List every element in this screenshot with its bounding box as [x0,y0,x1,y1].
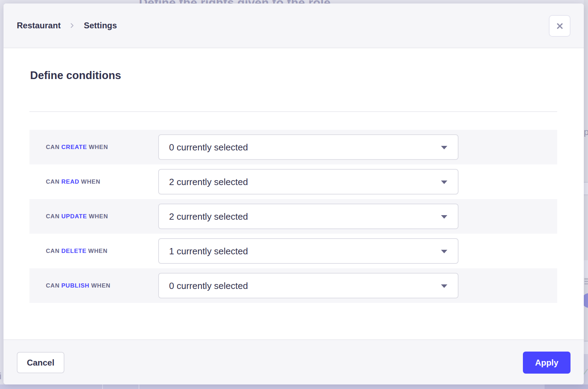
background-text-fragment: p [584,127,588,137]
background-band-fragment [584,260,588,278]
cancel-button[interactable]: Cancel [17,352,64,373]
background-band-fragment [545,384,588,389]
modal-footer: Cancel Apply [4,339,584,384]
condition-row: CANREADWHEN 2 currently selected [29,164,557,199]
conditions-select-create[interactable]: 0 currently selected [158,134,458,160]
background-right-strip: p ✓ [584,0,588,389]
background-band-fragment [584,183,588,194]
condition-row: CANPUBLISHWHEN 0 currently selected [29,268,557,303]
conditions-table: CANCREATEWHEN 0 currently selected CANRE… [29,130,557,303]
breadcrumb-current: Settings [84,21,117,30]
condition-label: CANUPDATEWHEN [46,213,108,220]
chevron-right-icon [68,22,76,29]
caret-down-icon [441,284,447,288]
background-band-fragment [584,342,588,354]
condition-label: CANREADWHEN [46,178,100,185]
condition-row: CANCREATEWHEN 0 currently selected [29,130,557,164]
background-text-fragment: ai [0,371,1,382]
x-icon [555,21,565,31]
modal-header: Restaurant Settings [4,3,584,48]
select-value: 0 currently selected [169,142,248,153]
breadcrumb: Restaurant Settings [17,21,117,30]
condition-label: CANPUBLISHWHEN [46,282,111,289]
condition-label: CANDELETEWHEN [46,248,107,255]
condition-row: CANUPDATEWHEN 2 currently selected [29,199,557,234]
caret-down-icon [441,250,447,253]
condition-label-action: DELETE [61,248,86,254]
conditions-select-update[interactable]: 2 currently selected [158,204,458,229]
caret-down-icon [441,215,447,219]
divider [29,111,557,112]
background-gridline-fragment [139,384,139,389]
breadcrumb-collection: Restaurant [17,21,61,30]
conditions-select-delete[interactable]: 1 currently selected [158,238,458,264]
condition-label-prefix: CAN [46,144,59,150]
conditions-select-publish[interactable]: 0 currently selected [158,273,458,298]
condition-label-suffix: WHEN [89,144,108,150]
condition-label-suffix: WHEN [81,178,100,185]
condition-label-action: READ [61,178,79,185]
condition-label-suffix: WHEN [89,213,108,220]
condition-label-action: UPDATE [61,213,87,220]
condition-label-suffix: WHEN [88,248,107,254]
modal-body: Define conditions CANCREATEWHEN 0 curren… [4,49,584,339]
conditions-modal: Restaurant Settings Define conditions CA… [4,3,584,384]
apply-button[interactable]: Apply [523,352,570,374]
condition-label-action: CREATE [61,144,87,150]
select-value: 0 currently selected [169,280,248,291]
background-card-corner-fragment [584,331,588,341]
condition-label-prefix: CAN [46,248,59,254]
condition-label-prefix: CAN [46,282,59,289]
condition-label-suffix: WHEN [91,282,110,289]
condition-label: CANCREATEWHEN [46,144,108,151]
background-gridline-fragment [102,384,103,389]
background-dash-fragment [584,283,588,284]
condition-label-action: PUBLISH [61,282,89,289]
caret-down-icon [441,146,447,149]
background-dash-fragment [584,281,588,282]
condition-label-prefix: CAN [46,213,59,220]
caret-down-icon [441,181,447,184]
select-value: 2 currently selected [169,176,248,187]
background-dash-fragment [584,278,588,280]
close-button[interactable] [549,15,570,37]
condition-label-prefix: CAN [46,178,59,185]
select-value: 1 currently selected [169,246,248,256]
conditions-select-read[interactable]: 2 currently selected [158,169,458,194]
condition-row: CANDELETEWHEN 1 currently selected [29,234,557,268]
select-value: 2 currently selected [169,211,248,222]
background-divider-fragment [584,194,588,195]
modal-title: Define conditions [30,69,121,82]
background-bottom-strip [0,384,588,389]
